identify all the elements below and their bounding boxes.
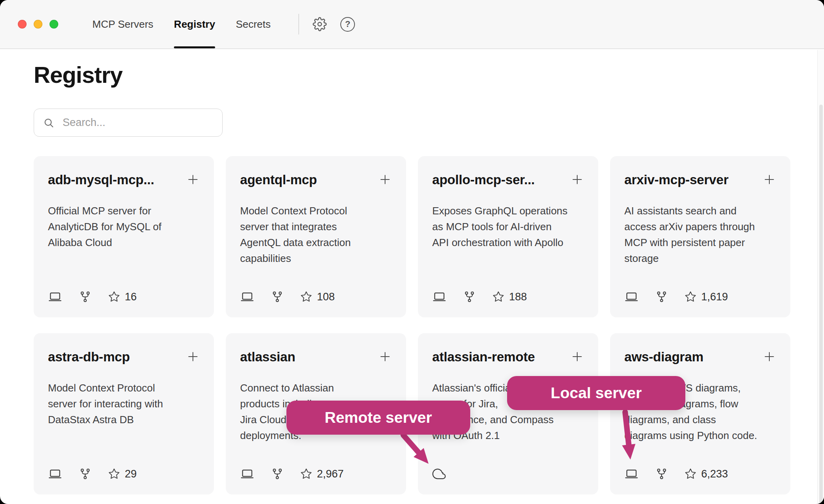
- server-card[interactable]: astra-db-mcp Model Context Protocol serv…: [34, 333, 214, 494]
- git-fork-icon: [271, 290, 284, 303]
- card-footer: 188: [432, 290, 527, 304]
- laptop-icon: [624, 467, 639, 481]
- scrollbar-track: [817, 50, 824, 504]
- star-count: 2,967: [300, 468, 344, 480]
- server-name: arxiv-mcp-server: [624, 172, 729, 188]
- star-count-value: 108: [317, 291, 335, 303]
- server-card[interactable]: apollo-mcp-ser... Exposes GraphQL operat…: [418, 156, 598, 317]
- settings-button[interactable]: [313, 17, 327, 31]
- tab-registry[interactable]: Registry: [164, 0, 225, 48]
- local-server-callout: Local server: [507, 376, 685, 410]
- card-footer: 29: [48, 467, 137, 481]
- plus-icon: [378, 173, 392, 186]
- zoom-button[interactable]: [50, 20, 58, 29]
- plus-icon: [570, 350, 584, 363]
- git-fork-icon: [463, 290, 476, 303]
- card-footer: 1,619: [624, 290, 728, 304]
- git-fork-icon: [655, 468, 668, 480]
- server-description: Exposes GraphQL operations as MCP tools …: [432, 203, 584, 250]
- gear-icon: [313, 17, 327, 31]
- help-button[interactable]: ?: [340, 17, 355, 32]
- server-description: Official MCP server for AnalyticDB for M…: [48, 203, 200, 250]
- plus-icon: [570, 173, 584, 186]
- search-box: [34, 109, 223, 137]
- server-name: astra-db-mcp: [48, 349, 130, 365]
- add-server-button[interactable]: [186, 173, 200, 186]
- server-description: Model Context Protocol server that integ…: [240, 203, 392, 266]
- laptop-icon: [240, 290, 254, 304]
- titlebar: MCP Servers Registry Secrets ?: [0, 0, 824, 49]
- star-icon: [492, 291, 504, 303]
- server-name: atlassian-remote: [432, 349, 535, 365]
- star-icon: [300, 468, 312, 480]
- star-count: 108: [300, 291, 335, 303]
- server-name: apollo-mcp-ser...: [432, 172, 535, 188]
- star-count: 29: [108, 468, 137, 480]
- add-server-button[interactable]: [378, 350, 392, 363]
- star-count-value: 188: [509, 291, 527, 303]
- server-name: adb-mysql-mcp...: [48, 172, 154, 188]
- star-count: 188: [492, 291, 527, 303]
- server-card[interactable]: arxiv-mcp-server AI assistants search an…: [610, 156, 790, 317]
- app-window: MCP Servers Registry Secrets ? Registry: [0, 0, 824, 504]
- server-card-grid: adb-mysql-mcp... Official MCP server for…: [34, 156, 790, 494]
- cloud-icon: [432, 467, 446, 481]
- server-description: Model Context Protocol server for intera…: [48, 380, 200, 428]
- git-fork-icon: [655, 290, 668, 303]
- remote-server-callout: Remote server: [286, 401, 470, 435]
- star-icon: [685, 291, 696, 303]
- star-count: 1,619: [685, 291, 728, 303]
- plus-icon: [763, 350, 776, 363]
- star-count-value: 16: [125, 291, 137, 303]
- tab-mcp-servers[interactable]: MCP Servers: [82, 0, 164, 48]
- traffic-lights: [18, 20, 58, 29]
- main-tabs: MCP Servers Registry Secrets: [82, 0, 281, 48]
- card-footer: 16: [48, 290, 137, 304]
- add-server-button[interactable]: [186, 350, 200, 363]
- star-count: 6,233: [685, 468, 728, 480]
- laptop-icon: [48, 467, 62, 481]
- card-footer: 108: [240, 290, 335, 304]
- help-icon: ?: [340, 17, 355, 32]
- plus-icon: [186, 350, 200, 363]
- server-card[interactable]: aws-diagram Generate AWS diagrams, seque…: [610, 333, 790, 494]
- star-icon: [685, 468, 696, 480]
- star-count-value: 1,619: [701, 291, 728, 303]
- add-server-button[interactable]: [763, 173, 776, 186]
- git-fork-icon: [79, 290, 92, 303]
- star-count: 16: [108, 291, 137, 303]
- search-input[interactable]: [62, 116, 214, 129]
- tab-secrets[interactable]: Secrets: [225, 0, 281, 48]
- star-count-value: 2,967: [317, 468, 344, 480]
- laptop-icon: [240, 467, 254, 481]
- server-name: aws-diagram: [624, 349, 704, 365]
- search-icon: [43, 117, 55, 129]
- star-icon: [108, 291, 120, 303]
- star-count-value: 6,233: [701, 468, 728, 480]
- star-icon: [300, 291, 312, 303]
- plus-icon: [378, 350, 392, 363]
- laptop-icon: [624, 290, 639, 304]
- add-server-button[interactable]: [763, 350, 776, 363]
- plus-icon: [763, 173, 776, 186]
- git-fork-icon: [79, 468, 92, 480]
- minimize-button[interactable]: [34, 20, 42, 29]
- server-name: agentql-mcp: [240, 172, 317, 188]
- server-card[interactable]: adb-mysql-mcp... Official MCP server for…: [34, 156, 214, 317]
- page-title: Registry: [34, 61, 790, 89]
- close-button[interactable]: [18, 20, 27, 29]
- server-name: atlassian: [240, 349, 295, 365]
- star-icon: [108, 468, 120, 480]
- server-card[interactable]: agentql-mcp Model Context Protocol serve…: [226, 156, 406, 317]
- plus-icon: [186, 173, 200, 186]
- git-fork-icon: [271, 468, 284, 480]
- star-count-value: 29: [125, 468, 137, 480]
- server-description: AI assistants search and access arXiv pa…: [624, 203, 776, 266]
- scrollbar-thumb[interactable]: [819, 105, 823, 504]
- card-footer: [432, 467, 446, 481]
- add-server-button[interactable]: [378, 173, 392, 186]
- add-server-button[interactable]: [570, 350, 584, 363]
- card-footer: 2,967: [240, 467, 344, 481]
- add-server-button[interactable]: [570, 173, 584, 186]
- laptop-icon: [432, 290, 446, 304]
